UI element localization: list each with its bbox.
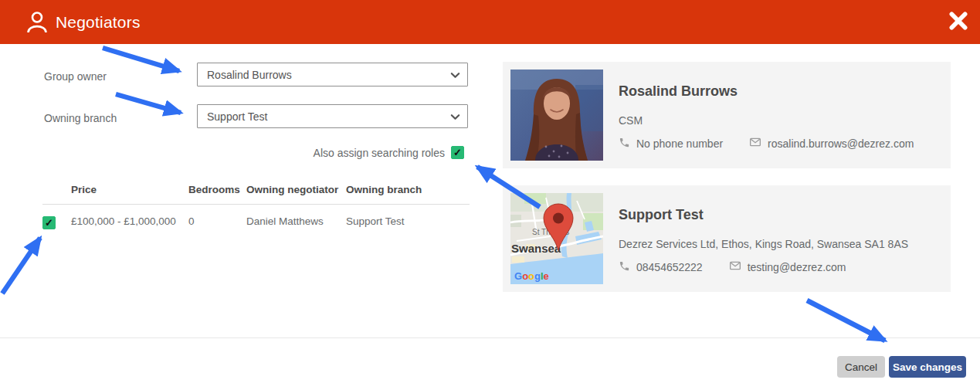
email-item: rosalind.burrows@dezrez.com xyxy=(749,136,914,151)
modal-title: Negotiators xyxy=(56,0,141,44)
google-logo: Google xyxy=(514,271,549,281)
negotiator-card: Rosalind Burrows CSM No phone number ros… xyxy=(503,62,951,168)
chevron-down-icon xyxy=(450,112,460,122)
map-label-swansea: Swansea xyxy=(511,242,561,255)
group-owner-value: Rosalind Burrows xyxy=(207,69,292,81)
negotiator-name: Rosalind Burrows xyxy=(619,83,738,100)
searching-roles-row: Also assign searching roles xyxy=(197,146,464,159)
col-header-price: Price xyxy=(71,184,188,195)
negotiator-photo xyxy=(510,70,603,161)
group-owner-label: Group owner xyxy=(44,70,107,83)
negotiator-role: CSM xyxy=(619,114,943,127)
branch-email: testing@dezrez.com xyxy=(748,261,846,273)
email-icon xyxy=(729,259,741,274)
arrow-to-group-owner-select xyxy=(103,48,179,71)
close-button[interactable] xyxy=(946,9,971,34)
cancel-button[interactable]: Cancel xyxy=(837,356,885,378)
close-icon xyxy=(948,22,968,33)
branch-contact: 08454652222 testing@dezrez.com xyxy=(619,259,846,274)
phone-icon xyxy=(619,137,630,151)
owning-branch-value: Support Test xyxy=(207,110,267,123)
phone-item: 08454652222 xyxy=(619,260,703,274)
negotiators-modal: Negotiators Group owner Rosalind Burrows… xyxy=(0,0,980,390)
col-header-owning-branch: Owning branch xyxy=(346,184,470,195)
searching-roles-checkbox[interactable] xyxy=(451,146,464,159)
save-changes-button[interactable]: Save changes xyxy=(889,356,966,378)
footer-divider xyxy=(0,337,980,338)
row-checkbox[interactable] xyxy=(42,216,56,229)
chevron-down-icon xyxy=(450,70,460,80)
cell-price: £100,000 - £1,000,000 xyxy=(71,215,188,227)
negotiator-phone: No phone number xyxy=(636,137,723,150)
price-ranges-table: Price Bedrooms Owning negotiator Owning … xyxy=(42,184,470,229)
arrow-to-row-checkbox xyxy=(2,238,40,293)
branch-card: St Thomas Swansea Google Support Test De… xyxy=(503,185,951,292)
table-row: £100,000 - £1,000,000 0 Daniel Matthews … xyxy=(42,205,470,229)
phone-icon xyxy=(619,260,630,274)
searching-roles-label: Also assign searching roles xyxy=(314,147,445,159)
negotiator-email: rosalind.burrows@dezrez.com xyxy=(768,137,914,150)
col-header-bedrooms: Bedrooms xyxy=(188,184,246,195)
email-icon xyxy=(749,136,761,151)
cell-bedrooms: 0 xyxy=(188,215,246,227)
owning-branch-select[interactable]: Support Test xyxy=(197,104,468,128)
arrow-to-owning-branch-select xyxy=(116,94,181,113)
email-item: testing@dezrez.com xyxy=(729,259,846,274)
col-header-owning-negotiator: Owning negotiator xyxy=(246,184,346,195)
negotiator-contact: No phone number rosalind.burrows@dezrez.… xyxy=(619,136,914,151)
table-header-row: Price Bedrooms Owning negotiator Owning … xyxy=(42,184,470,205)
branch-map-thumbnail: St Thomas Swansea Google xyxy=(510,193,603,284)
checkbox-column-header xyxy=(42,184,71,195)
owning-branch-label: Owning branch xyxy=(44,112,117,124)
branch-address: Dezrez Services Ltd, Ethos, Kings Road, … xyxy=(619,238,943,250)
branch-name: Support Test xyxy=(619,207,704,223)
cell-owning-branch: Support Test xyxy=(346,215,470,227)
arrow-to-save-button xyxy=(807,300,885,341)
branch-phone: 08454652222 xyxy=(636,261,703,273)
phone-item: No phone number xyxy=(619,137,723,151)
person-icon xyxy=(25,10,49,33)
modal-header: Negotiators xyxy=(0,0,980,44)
group-owner-select[interactable]: Rosalind Burrows xyxy=(197,63,468,86)
cell-owning-negotiator: Daniel Matthews xyxy=(246,215,346,227)
